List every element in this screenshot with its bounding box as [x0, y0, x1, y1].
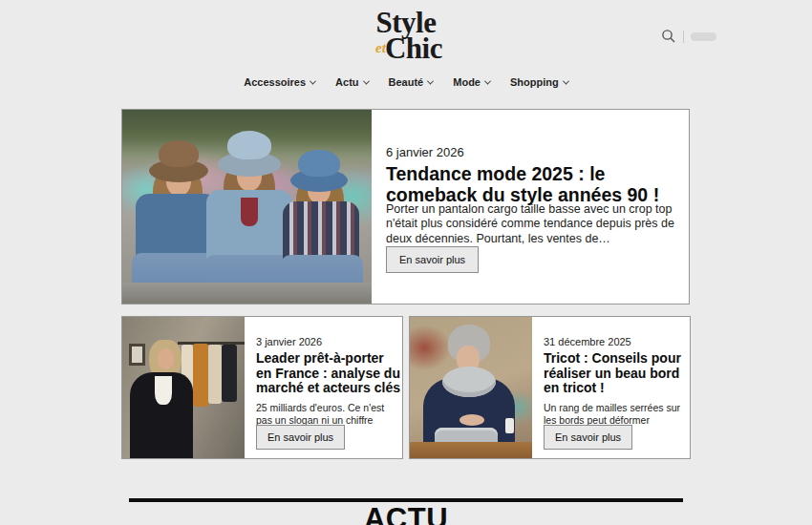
chevron-down-icon	[363, 77, 370, 84]
page: Style etChic Accessoires Actu Beauté Mod…	[0, 0, 812, 525]
hat	[227, 131, 271, 159]
white-shirt	[155, 376, 172, 405]
hat	[159, 140, 199, 167]
logo-line2: etChic	[370, 34, 442, 62]
face	[158, 348, 174, 369]
nav-label: Beauté	[389, 76, 424, 88]
nav-label: Accessoires	[244, 76, 306, 88]
article-image[interactable]	[122, 317, 245, 458]
chevron-down-icon	[484, 77, 491, 84]
nav-label: Actu	[335, 76, 358, 88]
nav-label: Shopping	[510, 76, 559, 88]
cup	[505, 418, 514, 433]
nav-item-mode[interactable]: Mode	[449, 74, 494, 90]
search-icon[interactable]	[661, 29, 676, 44]
hat	[298, 150, 340, 177]
nav-item-beaute[interactable]: Beauté	[385, 74, 438, 90]
hands	[459, 414, 484, 426]
chevron-down-icon	[563, 77, 569, 84]
chevron-down-icon	[427, 77, 434, 84]
read-more-button[interactable]: En savoir plus	[256, 425, 345, 450]
article-title[interactable]: Tricot : Conseils pour réaliser un beau …	[544, 351, 689, 396]
hero-article-card: 6 janvier 2026 Tendance mode 2025 : le c…	[121, 109, 690, 304]
header-divider	[683, 31, 684, 43]
red-top	[241, 198, 258, 226]
article-title[interactable]: Leader prêt-à-porter en France : analyse…	[256, 351, 401, 396]
read-more-button[interactable]: En savoir plus	[544, 425, 632, 450]
garment	[193, 344, 208, 407]
garment	[222, 345, 237, 402]
hero-article-image[interactable]	[122, 110, 372, 304]
wall-frame	[129, 344, 145, 366]
nav-item-accessoires[interactable]: Accessoires	[240, 74, 319, 90]
main-nav: Accessoires Actu Beauté Mode Shopping	[0, 74, 812, 90]
nav-label: Mode	[453, 76, 481, 88]
nav-item-actu[interactable]: Actu	[331, 74, 372, 90]
header-pill-button[interactable]	[691, 32, 716, 41]
header-actions	[661, 29, 716, 44]
knitted-scarf	[442, 367, 496, 397]
wooden-table	[410, 442, 532, 458]
section-title-actu: ACTU	[0, 502, 812, 525]
read-more-button[interactable]: En savoir plus	[386, 246, 479, 273]
site-logo[interactable]: Style etChic	[370, 8, 442, 62]
article-date: 31 décembre 2025	[544, 336, 631, 347]
article-excerpt: Porter un pantalon cargo taille basse av…	[386, 202, 684, 246]
article-date: 6 janvier 2026	[386, 145, 464, 159]
nav-item-shopping[interactable]: Shopping	[506, 74, 572, 90]
chevron-down-icon	[310, 77, 316, 84]
garment	[208, 345, 222, 404]
logo-chic: Chic	[385, 32, 442, 65]
article-card: 31 décembre 2025 Tricot : Conseils pour …	[409, 316, 691, 459]
article-title[interactable]: Tendance mode 2025 : le comeback du styl…	[386, 163, 668, 205]
concrete-ledge	[122, 283, 372, 304]
article-image[interactable]	[410, 317, 532, 458]
article-date: 3 janvier 2026	[256, 336, 322, 347]
article-card: 3 janvier 2026 Leader prêt-à-porter en F…	[121, 316, 403, 459]
